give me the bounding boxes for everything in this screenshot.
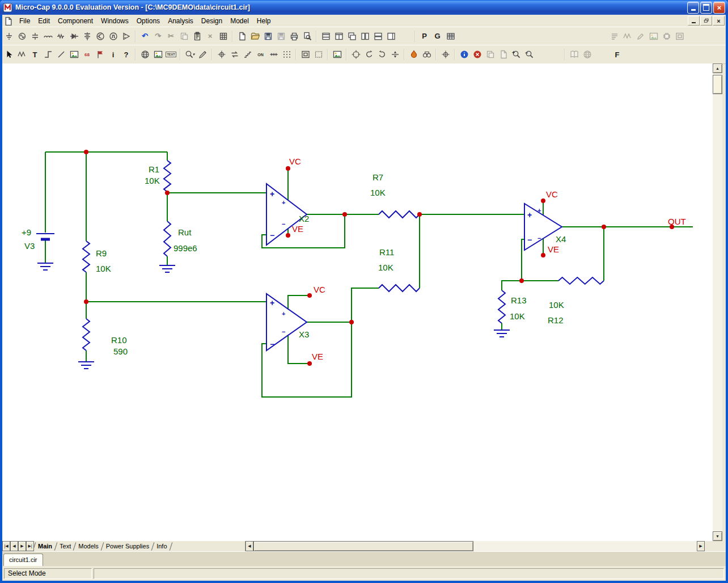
info-icon[interactable]: i [107,48,120,61]
zoom-out-icon[interactable]: − [523,48,536,61]
waveform-icon[interactable] [621,30,634,43]
resistor-Rut[interactable] [164,221,171,256]
flag-icon[interactable] [94,48,107,61]
label-rut-value[interactable]: 999e6 [173,243,197,253]
pulse-source-icon[interactable] [107,30,120,43]
label-r13-value[interactable]: 10K [510,311,525,321]
new-file-icon[interactable] [235,30,248,43]
npn-transistor-icon[interactable] [94,30,107,43]
delete-icon[interactable]: × [204,30,217,43]
copy-icon[interactable] [177,30,191,43]
binoculars-icon[interactable] [420,48,433,61]
diagonal-wire-icon[interactable] [54,48,67,61]
digital-68-icon[interactable]: 68 [81,48,94,61]
menu-windows[interactable]: Windows [97,16,133,26]
sheet-tab-models[interactable]: Models [75,543,101,550]
titlebar[interactable]: Micro-Cap 9.0.0.0 Evaluation Version - [… [0,0,728,15]
net-label-ve-x3[interactable]: VE [312,352,323,361]
net-label-out[interactable]: OUT [668,217,686,226]
graphics-icon[interactable] [67,48,81,61]
hscroll-right-button[interactable]: ▶ [697,541,705,551]
menu-help[interactable]: Help [253,16,275,26]
window-panel-icon[interactable] [673,30,686,43]
net-label-ve-x2[interactable]: VE [292,224,303,234]
label-plus9[interactable]: +9 [22,227,31,237]
resistor-R11[interactable] [379,285,420,292]
error-circle-icon[interactable] [471,48,484,61]
menu-model[interactable]: Model [226,16,253,26]
rotate-cw-icon[interactable] [375,48,388,61]
resistor-R7[interactable] [379,211,420,218]
label-r1-value[interactable]: 10K [145,176,160,185]
mdi-restore-button[interactable] [700,16,712,26]
ruler-icon[interactable] [267,48,280,61]
net-label-ve-x4[interactable]: VE [548,244,559,254]
resistor-R13[interactable] [498,290,505,323]
menu-file[interactable]: File [15,16,34,26]
select-arrow-icon[interactable] [2,48,15,61]
open-file-icon[interactable] [248,30,261,43]
menu-component[interactable]: Component [54,16,97,26]
zoom-in-icon[interactable]: + [510,48,523,61]
menu-edit[interactable]: Edit [34,16,54,26]
redo-icon[interactable]: ↷ [151,30,164,43]
split-horizontal-icon[interactable] [319,30,332,43]
vertical-scroll-thumb[interactable] [713,75,722,94]
net-label-vc-x3[interactable]: VC [314,285,325,294]
horizontal-scroll-thumb[interactable] [253,541,473,551]
net-label-vc-x2[interactable]: VC [289,157,301,166]
flame-icon[interactable] [407,48,420,61]
pencil-icon[interactable] [634,30,647,43]
label-r13[interactable]: R13 [511,295,527,305]
maximize-button[interactable] [700,2,712,14]
sheet-tab-text[interactable]: Text [56,543,74,550]
resistor-R9[interactable] [83,241,90,272]
label-r12[interactable]: R12 [548,315,564,325]
label-v3[interactable]: V3 [24,241,35,251]
tile-horizontal-icon[interactable] [371,30,384,43]
app-icon[interactable] [3,3,12,12]
sheet-tab-power-supplies[interactable]: Power Supplies [103,543,153,550]
minimize-button[interactable] [687,2,699,14]
document-icon[interactable] [3,16,13,26]
image-icon[interactable] [151,48,164,61]
menu-analysis[interactable]: Analysis [164,16,197,26]
ground-symbol[interactable] [494,330,510,337]
mdi-close-button[interactable]: × [713,16,725,26]
wire[interactable] [262,214,420,397]
label-r9-value[interactable]: 10K [96,264,111,273]
font-letter-icon[interactable]: F [611,48,624,61]
tab-next-button[interactable]: ▶ [18,541,26,551]
sine-source-icon[interactable] [15,30,28,43]
cut-icon[interactable]: ✂ [164,30,177,43]
node-cross-icon[interactable] [215,48,228,61]
sheet-tab-info[interactable]: Info [153,543,170,550]
copy-page-icon[interactable] [484,48,497,61]
vertical-scrollbar[interactable]: ▲ ▼ [713,64,722,541]
diode-icon[interactable] [67,30,81,43]
menu-options[interactable]: Options [133,16,164,26]
area-select-icon[interactable] [312,48,325,61]
print-icon[interactable] [287,30,300,43]
link-globe-icon[interactable] [138,48,151,61]
graph-wave-icon[interactable] [15,48,28,61]
file-tab-circuit1[interactable]: circuit1.cir [3,554,43,567]
resistor-icon[interactable] [54,30,67,43]
move-page-icon[interactable] [497,48,510,61]
label-r7[interactable]: R7 [373,172,383,182]
gallery-icon[interactable] [331,48,344,61]
save-icon[interactable] [261,30,274,43]
label-r11-value[interactable]: 10K [378,263,393,272]
label-x2[interactable]: X2 [299,214,309,223]
label-r11[interactable]: R11 [379,247,394,257]
scroll-up-button[interactable]: ▲ [713,64,722,73]
label-x4[interactable]: X4 [556,234,566,244]
scroll-down-button[interactable]: ▼ [713,531,722,541]
ground-symbol[interactable] [78,362,94,369]
paste-icon[interactable] [191,30,204,43]
rotate-ccw-icon[interactable] [362,48,375,61]
save-as-icon[interactable] [274,30,287,43]
mdi-minimize-button[interactable] [688,16,700,26]
label-r1[interactable]: R1 [149,164,159,174]
undo-icon[interactable]: ↶ [138,30,151,43]
